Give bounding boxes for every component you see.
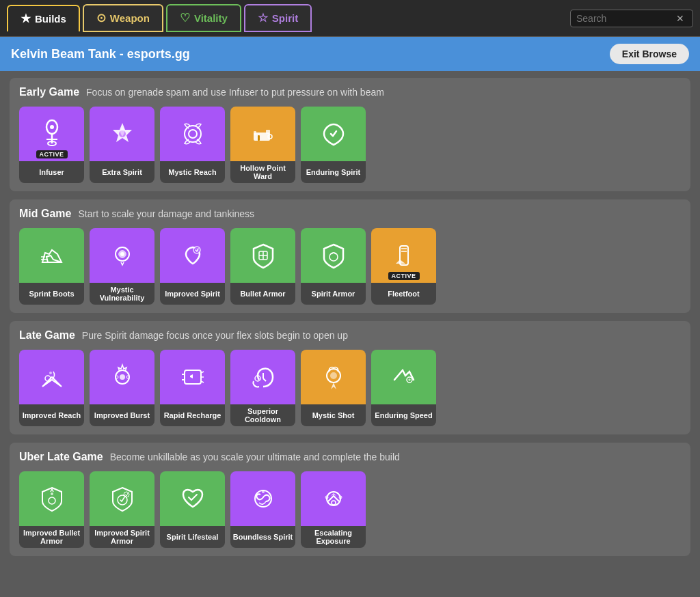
card-label-bullet-armor: Bullet Armor xyxy=(230,283,295,305)
card-img-rapid-recharge xyxy=(160,350,225,404)
svg-point-7 xyxy=(189,130,197,138)
card-label-sprint-boots: Sprint Boots xyxy=(19,283,84,305)
tab-spirit-label: Spirit xyxy=(272,12,298,24)
spirit-icon: ☆ xyxy=(258,11,268,25)
card-label-improved-reach: Improved Reach xyxy=(19,404,84,426)
card-sprint-boots[interactable]: Sprint Boots xyxy=(19,228,84,305)
card-img-extra-spirit xyxy=(90,107,154,161)
card-img-spirit-lifesteal xyxy=(160,471,225,526)
card-img-boundless-spirit xyxy=(230,471,295,526)
svg-point-42 xyxy=(330,372,337,379)
svg-point-47 xyxy=(124,492,129,497)
card-label-spirit-armor: Spirit Armor xyxy=(301,283,366,305)
vitality-icon: ♡ xyxy=(180,11,190,25)
section-late-game: Late Game Pure Spirit damage focus once … xyxy=(10,321,690,434)
card-hollow-point-ward[interactable]: Hollow Point Ward xyxy=(230,107,295,183)
section-mid-game: Mid Game Start to scale your damage and … xyxy=(10,199,690,313)
card-label-improved-spirit: Improved Spirit xyxy=(160,283,225,305)
card-label-enduring-spirit: Enduring Spirit xyxy=(301,161,366,183)
card-img-superior-cooldown xyxy=(230,350,295,404)
main-content: Early Game Focus on grenade spam and use… xyxy=(0,71,700,597)
card-mystic-vulnerability[interactable]: Mystic Vulnerability xyxy=(90,228,154,305)
svg-point-45 xyxy=(51,492,53,495)
svg-point-51 xyxy=(332,501,336,505)
card-label-infuser: Infuser xyxy=(19,161,84,183)
card-improved-reach[interactable]: Improved Reach xyxy=(19,350,84,426)
card-bullet-armor[interactable]: Bullet Armor xyxy=(230,228,295,305)
svg-rect-10 xyxy=(258,135,260,141)
section-header-early: Early Game Focus on grenade spam and use… xyxy=(19,86,681,98)
card-fleetfoot[interactable]: ACTIVE Fleetfoot xyxy=(371,228,436,305)
tab-spirit[interactable]: ☆ Spirit xyxy=(244,4,312,32)
card-improved-spirit[interactable]: Improved Spirit xyxy=(160,228,225,305)
cards-row-mid: Sprint Boots Mystic Vulnerability xyxy=(19,228,681,305)
card-img-improved-bullet-armor xyxy=(19,471,84,526)
section-title-late: Late Game xyxy=(19,329,75,342)
card-rapid-recharge[interactable]: Rapid Recharge xyxy=(160,350,225,426)
card-img-escalating-exposure xyxy=(301,471,366,526)
section-subtitle-mid: Start to scale your damage and tankiness xyxy=(78,208,254,219)
card-label-improved-burst: Improved Burst xyxy=(90,404,154,426)
search-close-icon[interactable]: ✕ xyxy=(676,13,684,24)
svg-point-44 xyxy=(49,497,55,504)
tab-weapon[interactable]: ⊙ Weapon xyxy=(83,4,163,32)
build-title: Kelvin Beam Tank - esports.gg xyxy=(11,47,190,61)
cards-row-early: ACTIVE Infuser Extra Spirit xyxy=(19,107,681,183)
card-img-mystic-reach xyxy=(160,107,225,161)
svg-rect-9 xyxy=(266,130,270,134)
tab-vitality[interactable]: ♡ Vitality xyxy=(166,4,241,32)
section-header-late: Late Game Pure Spirit damage focus once … xyxy=(19,329,681,342)
exit-browse-button[interactable]: Exit Browse xyxy=(610,44,689,64)
card-img-infuser: ACTIVE xyxy=(19,107,84,161)
svg-point-16 xyxy=(120,252,124,256)
card-label-spirit-lifesteal: Spirit Lifesteal xyxy=(160,526,225,548)
svg-point-4 xyxy=(50,125,54,129)
card-infuser[interactable]: ACTIVE Infuser xyxy=(19,107,84,183)
svg-point-17 xyxy=(193,247,200,253)
card-label-enduring-speed: Enduring Speed xyxy=(371,404,436,426)
card-mystic-shot[interactable]: Mystic Shot xyxy=(301,350,366,426)
card-img-improved-burst xyxy=(90,350,154,404)
card-img-hollow-point-ward xyxy=(230,107,295,161)
card-img-enduring-speed xyxy=(371,350,436,404)
card-label-escalating-exposure: Escalating Exposure xyxy=(301,526,366,548)
svg-rect-11 xyxy=(254,131,256,135)
card-spirit-armor[interactable]: Spirit Armor xyxy=(301,228,366,305)
card-img-improved-spirit-armor xyxy=(90,471,154,526)
card-img-enduring-spirit xyxy=(301,107,366,161)
card-spirit-lifesteal[interactable]: Spirit Lifesteal xyxy=(160,471,225,548)
card-enduring-spirit[interactable]: Enduring Spirit xyxy=(301,107,366,183)
card-img-spirit-armor xyxy=(301,228,366,283)
section-subtitle-uber: Become unkillable as you scale your ulti… xyxy=(110,452,400,462)
section-title-uber: Uber Late Game xyxy=(19,451,103,463)
card-improved-spirit-armor[interactable]: Improved Spirit Armor xyxy=(90,471,154,548)
card-improved-burst[interactable]: Improved Burst xyxy=(90,350,154,426)
section-subtitle-early: Focus on grenade spam and use Infuser to… xyxy=(86,87,384,98)
svg-line-40 xyxy=(263,378,266,381)
top-nav: ★ Builds ⊙ Weapon ♡ Vitality ☆ Spirit ✕ xyxy=(0,0,700,37)
section-title-mid: Mid Game xyxy=(19,208,71,220)
card-escalating-exposure[interactable]: Escalating Exposure xyxy=(301,471,366,548)
search-input[interactable] xyxy=(576,13,672,24)
card-improved-bullet-armor[interactable]: Improved Bullet Armor xyxy=(19,471,84,548)
card-label-mystic-vulnerability: Mystic Vulnerability xyxy=(90,283,154,305)
card-label-improved-bullet-armor: Improved Bullet Armor xyxy=(19,526,84,548)
section-subtitle-late: Pure Spirit damage focus once your flex … xyxy=(82,330,348,341)
svg-point-49 xyxy=(262,490,265,493)
card-superior-cooldown[interactable]: Superior Cooldown xyxy=(230,350,295,426)
builds-icon: ★ xyxy=(21,12,31,26)
svg-point-21 xyxy=(329,253,338,261)
weapon-icon: ⊙ xyxy=(96,11,106,25)
card-label-fleetfoot: Fleetfoot xyxy=(371,283,436,305)
card-img-sprint-boots xyxy=(19,228,84,283)
card-boundless-spirit[interactable]: Boundless Spirit xyxy=(230,471,295,548)
card-img-mystic-shot xyxy=(301,350,366,404)
card-enduring-speed[interactable]: Enduring Speed xyxy=(371,350,436,426)
card-label-superior-cooldown: Superior Cooldown xyxy=(230,404,295,426)
card-img-fleetfoot: ACTIVE xyxy=(371,228,436,283)
card-label-hollow-point-ward: Hollow Point Ward xyxy=(230,161,295,183)
card-extra-spirit[interactable]: Extra Spirit xyxy=(90,107,154,183)
cards-row-uber: Improved Bullet Armor Improved Spirit Ar… xyxy=(19,471,681,548)
tab-builds[interactable]: ★ Builds xyxy=(7,5,80,31)
card-mystic-reach[interactable]: Mystic Reach xyxy=(160,107,225,183)
